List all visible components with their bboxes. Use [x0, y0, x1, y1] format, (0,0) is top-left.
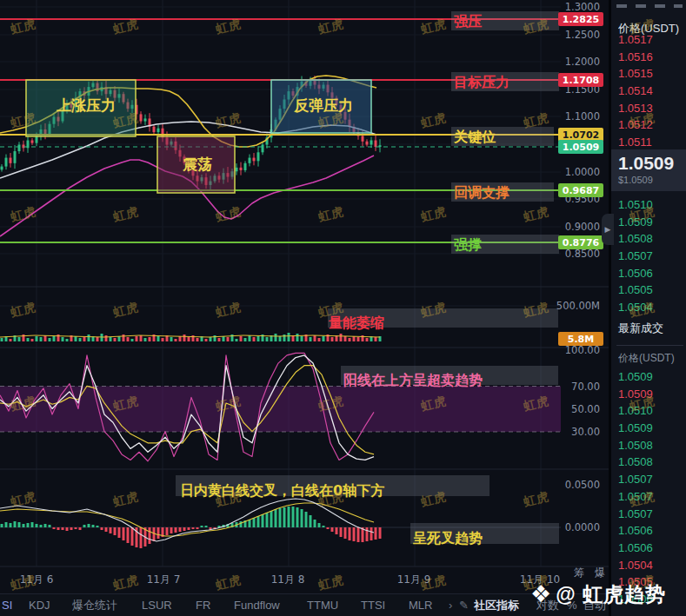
svg-text:1.0702: 1.0702 — [563, 129, 599, 141]
svg-text:1.2825: 1.2825 — [563, 14, 599, 25]
bid-row[interactable]: 1.0506 — [611, 265, 686, 282]
svg-text:阳线在上方呈超卖趋势: 阳线在上方呈超卖趋势 — [343, 372, 483, 388]
axis-tick: 1.2500 — [565, 29, 600, 41]
axis-tick: 0.0000 — [565, 521, 600, 533]
svg-text:0.8776: 0.8776 — [563, 237, 600, 248]
bid-row[interactable]: 1.0505 — [611, 282, 686, 299]
trades-price-header: 价格(USDT) — [618, 351, 686, 366]
order-book-panel: 价格(USDT) 1.05171.05161.05151.05141.05131… — [609, 0, 686, 616]
axis-tick: 0.0500 — [565, 479, 600, 491]
trade-row[interactable]: 1.0506 — [611, 522, 686, 540]
toolbar-item-›[interactable]: › — [449, 594, 452, 616]
bid-row[interactable]: 1.0504 — [611, 299, 686, 316]
bid-row[interactable]: 1.0509 — [611, 214, 686, 231]
trade-row[interactable]: 1.0508 — [611, 454, 686, 471]
svg-text:5.8M: 5.8M — [568, 334, 594, 345]
axis-tick: 1.3000 — [565, 1, 600, 13]
diamond-icon: ❖ — [530, 581, 551, 607]
trades-list: 1.05091.05091.05101.05091.05081.05081.05… — [611, 368, 686, 608]
price-chart-canvas[interactable]: 上涨压力震荡反弹压力量能萎缩阳线在上方呈超卖趋势日内黄白线交叉，白线在0轴下方呈… — [0, 0, 609, 593]
svg-text:呈死叉趋势: 呈死叉趋势 — [412, 530, 483, 546]
chevron-right-icon: ▶ — [605, 225, 611, 234]
trade-row[interactable]: 1.0510 — [611, 402, 686, 420]
svg-text:强撑: 强撑 — [454, 236, 482, 253]
axis-tick: 0.9000 — [565, 221, 600, 233]
trade-row[interactable]: 1.0504 — [611, 557, 686, 574]
axis-tick: 1.2000 — [565, 56, 600, 68]
ask-row[interactable]: 1.0516 — [611, 49, 686, 66]
ask-row[interactable]: 1.0511 — [611, 134, 686, 151]
time-axis-label: 11月 8 — [271, 573, 305, 586]
annotation-box-label: 上涨压力 — [56, 96, 116, 114]
axis-tick: 500.00M — [556, 300, 600, 312]
ask-row[interactable]: 1.0517 — [611, 31, 686, 49]
last-price: 1.0509 — [618, 152, 686, 175]
toolbar-item-si[interactable]: SI — [2, 594, 12, 616]
trade-row[interactable]: 1.0509 — [611, 420, 686, 437]
toolbar-item-fr[interactable]: FR — [196, 594, 210, 616]
brand-logo: ❖ @ 虹虎趋势 — [530, 577, 686, 612]
trade-row[interactable]: 1.0507 — [611, 471, 686, 488]
toolbar-item-社区指标[interactable]: 社区指标 — [474, 594, 519, 616]
trade-row[interactable]: 1.0509 — [611, 368, 686, 386]
indicator-toolbar: SIKDJ爆仓统计LSURFRFundflowTTMUTTSIMLR›✎社区指标… — [0, 593, 609, 616]
trade-row[interactable]: 1.0507 — [611, 506, 686, 523]
annotation-box-label: 震荡 — [182, 156, 212, 173]
svg-text:目标压力: 目标压力 — [454, 74, 510, 90]
svg-text:强压: 强压 — [454, 13, 482, 30]
axis-tick: 1.0000 — [565, 166, 600, 178]
recent-trades-title: 最新成交 — [618, 321, 663, 336]
axis-tick: 50.00 — [571, 403, 600, 415]
toolbar-item-✎[interactable]: ✎ — [459, 594, 469, 616]
annotation-box-label: 反弹压力 — [293, 96, 353, 114]
svg-text:1.1708: 1.1708 — [563, 75, 599, 86]
toolbar-item-lsur[interactable]: LSUR — [142, 594, 172, 616]
svg-text:关键位: 关键位 — [453, 129, 496, 145]
ask-row[interactable]: 1.0515 — [611, 65, 686, 83]
trade-row[interactable]: 1.0508 — [611, 437, 686, 454]
trade-row[interactable]: 1.0506 — [611, 540, 686, 557]
trade-row[interactable]: 1.0509 — [611, 386, 686, 403]
toolbar-item-ttmu[interactable]: TTMU — [307, 594, 338, 616]
bid-row[interactable]: 1.0507 — [611, 248, 686, 265]
ask-row[interactable]: 1.0513 — [611, 100, 686, 117]
svg-text:0.9687: 0.9687 — [563, 185, 599, 196]
toolbar-item-ttsi[interactable]: TTSI — [361, 594, 385, 616]
divider — [616, 345, 683, 346]
toolbar-item-爆仓统计[interactable]: 爆仓统计 — [72, 594, 117, 616]
axis-tick: 70.00 — [571, 381, 600, 393]
bid-row[interactable]: 1.0510 — [611, 196, 686, 214]
svg-text:量能萎缩: 量能萎缩 — [328, 315, 384, 331]
svg-text:1.0509: 1.0509 — [563, 142, 599, 153]
time-axis-label: 11月 7 — [147, 573, 181, 586]
ask-row[interactable]: 1.0514 — [611, 83, 686, 100]
toolbar-item-kdj[interactable]: KDJ — [29, 594, 50, 616]
last-price-block[interactable]: 1.0509 $1.0509 — [611, 149, 686, 191]
toolbar-item-mlr[interactable]: MLR — [409, 594, 432, 616]
trading-terminal: 上涨压力震荡反弹压力量能萎缩阳线在上方呈超卖趋势日内黄白线交叉，白线在0轴下方呈… — [0, 0, 686, 616]
time-axis-label: 11月 6 — [20, 573, 54, 586]
bids-list: 1.05101.05091.05081.05071.05061.05051.05… — [611, 196, 686, 316]
brand-text: @ 虹虎趋势 — [556, 581, 666, 608]
trade-row[interactable]: 1.0507 — [611, 488, 686, 506]
last-price-usd: $1.0509 — [618, 175, 686, 185]
bid-row[interactable]: 1.0508 — [611, 230, 686, 248]
asks-list: 1.05171.05161.05151.05141.05131.05121.05… — [611, 31, 686, 151]
clipped-tab-row — [616, 4, 683, 8]
panel-collapse-handle[interactable]: ▶ — [602, 214, 614, 245]
axis-tick: 30.00 — [571, 426, 600, 438]
svg-text:回调支撑: 回调支撑 — [454, 184, 510, 201]
time-axis-label: 11月 9 — [397, 573, 431, 586]
svg-text:日内黄白线交叉，白线在0轴下方: 日内黄白线交叉，白线在0轴下方 — [180, 482, 384, 499]
toolbar-item-fundflow[interactable]: Fundflow — [234, 594, 280, 616]
axis-tick: 1.1000 — [565, 110, 600, 123]
ask-row[interactable]: 1.0512 — [611, 116, 686, 134]
